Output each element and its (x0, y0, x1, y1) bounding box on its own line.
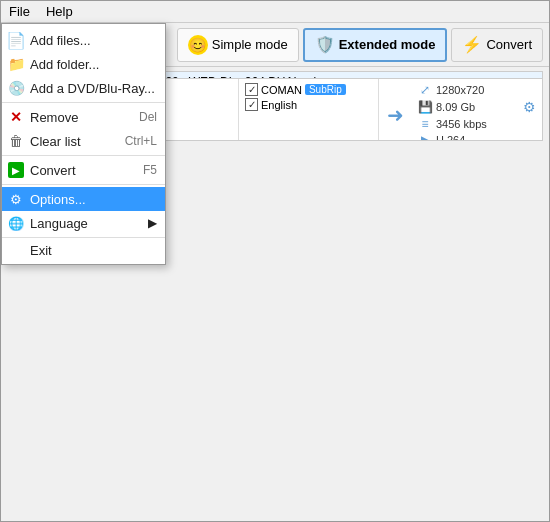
exit-icon (8, 242, 24, 258)
convert-menu-icon: ▶ (8, 162, 24, 178)
hdd-icon: 💾 (418, 100, 432, 114)
out-size: 8.09 Gb (436, 101, 475, 113)
clear-list-label: Clear list (30, 134, 81, 149)
exit-label: Exit (30, 243, 52, 258)
add-files-label: Add files... (30, 33, 91, 48)
coman-checkbox[interactable] (245, 83, 258, 96)
menu-exit[interactable]: Exit (2, 238, 165, 262)
convert-label: Convert (486, 37, 532, 52)
options-label: Options... (30, 192, 86, 207)
shield-icon: 🛡️ (315, 35, 335, 54)
dropdown-convert-section: ▶ Convert F5 (2, 156, 165, 185)
language-label: Language (30, 216, 88, 231)
file-tags: COMAN SubRip English (239, 79, 379, 141)
file-info-right: ⤢ 1280x720 💾 8.09 Gb ⚙ ≡ 3456 kbps ▶ H.2… (412, 79, 542, 141)
menu-language[interactable]: 🌐 Language ▶ (2, 211, 165, 235)
clear-icon: 🗑 (8, 133, 24, 149)
lightning-icon: ⚡ (462, 35, 482, 54)
file-dropdown: 📄 Add files... 📁 Add folder... 💿 Add a D… (1, 23, 166, 265)
menu-file[interactable]: File (1, 2, 38, 21)
out-codec: H.264 (436, 134, 465, 141)
smiley-icon: 😊 (188, 35, 208, 55)
simple-mode-label: Simple mode (212, 37, 288, 52)
tag-row-coman: COMAN SubRip (245, 83, 372, 96)
arrow-icon: ➜ (387, 103, 404, 127)
remove-icon: ✕ (8, 109, 24, 125)
convert-shortcut: F5 (143, 163, 157, 177)
menu-remove[interactable]: ✕ Remove Del (2, 105, 165, 129)
simple-mode-button[interactable]: 😊 Simple mode (177, 28, 299, 62)
add-folder-icon: 📁 (8, 56, 24, 72)
menu-bar: File Help (1, 1, 549, 23)
convert-button[interactable]: ⚡ Convert (451, 28, 543, 62)
language-globe-icon: 🌐 (8, 215, 24, 231)
out-bitrate: 3456 kbps (436, 118, 487, 130)
settings-small-icon[interactable]: ⚙ (523, 99, 536, 115)
subrip-tag: SubRip (305, 84, 346, 95)
add-folder-label: Add folder... (30, 57, 99, 72)
add-files-icon: 📄 (8, 32, 24, 48)
dropdown-exit-section: Exit (2, 238, 165, 262)
out-bitrate-row: ≡ 3456 kbps (418, 117, 536, 131)
remove-shortcut: Del (139, 110, 157, 124)
options-gear-icon: ⚙ (8, 191, 24, 207)
menu-add-dvd[interactable]: 💿 Add a DVD/Blu-Ray... (2, 76, 165, 100)
extended-mode-label: Extended mode (339, 37, 436, 52)
menu-add-folder[interactable]: 📁 Add folder... (2, 52, 165, 76)
dropdown-add-section: 📄 Add files... 📁 Add folder... 💿 Add a D… (2, 26, 165, 103)
out-resolution: 1280x720 (436, 84, 484, 96)
remove-label: Remove (30, 110, 78, 125)
english-label: English (261, 99, 297, 111)
dropdown-remove-section: ✕ Remove Del 🗑 Clear list Ctrl+L (2, 103, 165, 156)
menu-convert[interactable]: ▶ Convert F5 (2, 158, 165, 182)
clear-shortcut: Ctrl+L (125, 134, 157, 148)
arrow-area: ➜ (379, 79, 412, 141)
out-codec-row: ▶ H.264 (418, 133, 536, 141)
resize-icon: ⤢ (418, 83, 432, 97)
english-checkbox[interactable] (245, 98, 258, 111)
language-submenu-arrow: ▶ (148, 216, 157, 230)
codec-icon: ▶ (418, 133, 432, 141)
coman-label: COMAN (261, 84, 302, 96)
bitrate-icon: ≡ (418, 117, 432, 131)
out-resolution-row: ⤢ 1280x720 (418, 83, 536, 97)
out-size-row: 💾 8.09 Gb ⚙ (418, 99, 536, 115)
menu-options[interactable]: ⚙ Options... (2, 187, 165, 211)
main-window: File Help 😊 Simple mode 🛡️ Extended mode… (0, 0, 550, 522)
extended-mode-button[interactable]: 🛡️ Extended mode (303, 28, 448, 62)
dropdown-menu: 📄 Add files... 📁 Add folder... 💿 Add a D… (1, 23, 166, 265)
add-dvd-label: Add a DVD/Blu-Ray... (30, 81, 155, 96)
tag-row-english: English (245, 98, 372, 111)
dropdown-options-section: ⚙ Options... 🌐 Language ▶ (2, 185, 165, 238)
menu-help[interactable]: Help (38, 2, 81, 21)
menu-add-files[interactable]: 📄 Add files... (2, 28, 165, 52)
menu-clear-list[interactable]: 🗑 Clear list Ctrl+L (2, 129, 165, 153)
convert-menu-label: Convert (30, 163, 76, 178)
dvd-icon: 💿 (8, 80, 24, 96)
